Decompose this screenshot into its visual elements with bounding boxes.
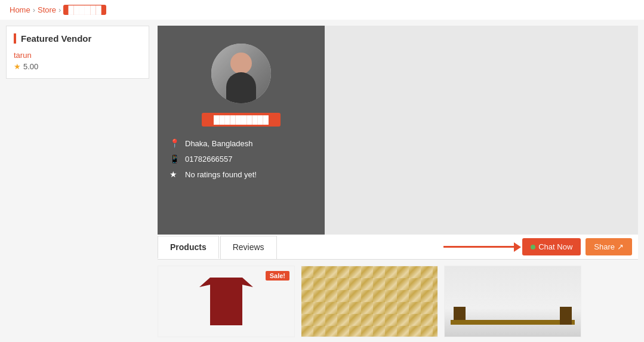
product-image-chain: [301, 266, 437, 337]
arrow-indicator: [443, 246, 515, 248]
chat-now-button[interactable]: Chat Now: [522, 238, 581, 255]
share-label: Share: [594, 242, 615, 251]
furniture-table: [451, 320, 575, 325]
vendor-avatar: [211, 44, 271, 103]
vendor-card-right: [325, 26, 638, 235]
product-card-chain[interactable]: [301, 266, 438, 337]
sidebar: Featured Vendor tarun ★ 5.00: [6, 26, 149, 79]
sidebar-vendor-link[interactable]: tarun: [14, 51, 141, 60]
breadcrumb-sep-2: ›: [58, 5, 61, 14]
sidebar-title: Featured Vendor: [14, 33, 141, 44]
product-card-tshirt[interactable]: Sale!: [158, 266, 295, 337]
content-area: ██████████ 📍 Dhaka, Bangladesh 📱 0178266…: [158, 26, 638, 342]
tshirt-shape: [199, 278, 253, 325]
vendor-phone: 01782666557: [185, 155, 233, 164]
breadcrumb-sep-1: ›: [33, 5, 35, 14]
breadcrumb-store[interactable]: Store: [38, 5, 56, 14]
tabs-left: Products Reviews: [158, 235, 278, 258]
phone-icon: 📱: [170, 154, 180, 164]
main-container: Featured Vendor tarun ★ 5.00 ██████████ …: [0, 20, 644, 342]
share-icon: ↗: [617, 242, 624, 251]
tabs-bar: Products Reviews Chat Now Share ↗: [158, 235, 638, 260]
furniture-chair-right: [560, 307, 572, 325]
vendor-location: Dhaka, Bangladesh: [185, 139, 252, 148]
location-icon: 📍: [170, 138, 180, 148]
products-grid: Sale!: [158, 260, 638, 342]
arrow-line: [443, 246, 515, 248]
vendor-rating: ★ 5.00: [14, 62, 141, 71]
rating-value: 5.00: [23, 62, 38, 71]
product-image-furniture: [445, 266, 581, 337]
vendor-phone-item: 📱 01782666557: [170, 154, 313, 164]
vendor-card-left: ██████████ 📍 Dhaka, Bangladesh 📱 0178266…: [158, 26, 325, 235]
sale-badge: Sale!: [266, 271, 289, 281]
share-button[interactable]: Share ↗: [586, 238, 632, 255]
chat-online-dot: [531, 245, 535, 249]
tab-products[interactable]: Products: [158, 236, 219, 259]
product-card-furniture[interactable]: [444, 266, 581, 337]
breadcrumb-current: ██████: [63, 5, 106, 15]
ratings-star-icon: ★: [170, 170, 180, 179]
breadcrumb: Home › Store › ██████: [0, 0, 644, 20]
star-icon: ★: [14, 62, 21, 71]
avatar-image: [211, 44, 271, 103]
vendor-location-item: 📍 Dhaka, Bangladesh: [170, 138, 313, 148]
chat-now-label: Chat Now: [538, 242, 572, 251]
vendor-ratings-text: No ratings found yet!: [185, 170, 257, 179]
vendor-name-badge: ██████████: [202, 113, 281, 127]
vendor-card: ██████████ 📍 Dhaka, Bangladesh 📱 0178266…: [158, 26, 638, 235]
tabs-actions: Chat Now Share ↗: [437, 235, 638, 259]
vendor-ratings-item: ★ No ratings found yet!: [170, 170, 313, 179]
breadcrumb-home[interactable]: Home: [10, 5, 30, 14]
vendor-info-list: 📍 Dhaka, Bangladesh 📱 01782666557 ★ No r…: [170, 138, 313, 185]
tab-reviews[interactable]: Reviews: [220, 236, 277, 259]
